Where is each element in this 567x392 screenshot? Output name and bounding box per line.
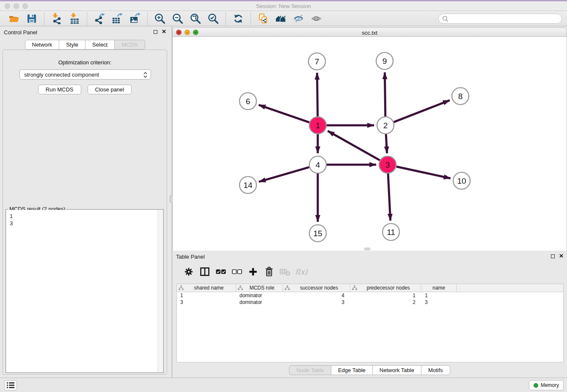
eye-icon <box>311 14 322 24</box>
graph-edge-1-6[interactable] <box>259 105 310 122</box>
graph-node-label-2: 2 <box>383 121 388 130</box>
add-column-button[interactable] <box>245 265 261 278</box>
main-titlebar[interactable]: Session: New Session <box>0 1 567 11</box>
toolbar-separator <box>87 12 87 25</box>
zoom-selected-icon <box>208 13 219 24</box>
save-session-button[interactable] <box>25 12 38 25</box>
close-table-panel-icon[interactable]: ✕ <box>559 254 564 259</box>
zoom-in-button[interactable] <box>154 12 166 25</box>
graph-edge-2-9[interactable] <box>385 72 385 116</box>
zoom-selected-button[interactable] <box>207 12 220 25</box>
toolbar-separator <box>44 12 44 25</box>
hierarchy-icon <box>179 285 184 290</box>
clone-network-button[interactable] <box>257 12 270 25</box>
graph-node-label-10: 10 <box>457 177 466 185</box>
tab-edge-table[interactable]: Edge Table <box>331 365 373 375</box>
tab-network[interactable]: Network <box>25 40 59 50</box>
tab-mcds[interactable]: MCDS <box>114 40 145 50</box>
close-panel-button[interactable]: Close panel <box>88 85 132 94</box>
table-cell[interactable]: 1 <box>350 293 421 298</box>
table-cell[interactable]: 3 <box>283 299 350 305</box>
graph-edge-3-10[interactable] <box>396 166 451 178</box>
graph-edge-3-1[interactable] <box>328 131 380 160</box>
tab-motifs[interactable]: Motifs <box>421 365 450 375</box>
hierarchy-icon <box>238 285 243 290</box>
table-row[interactable]: 1dominator411 <box>177 292 563 299</box>
table-cell[interactable]: 3 <box>177 299 236 305</box>
export-image-button[interactable] <box>129 12 141 25</box>
mcds-result-area[interactable]: 13 <box>6 210 163 372</box>
split-columns-icon <box>200 267 210 277</box>
graph-edge-3-11[interactable] <box>388 174 391 221</box>
export-table-icon <box>112 13 123 24</box>
mcds-result-node: 3 <box>10 220 163 227</box>
save-floppy-icon <box>27 14 36 23</box>
task-history-button[interactable] <box>4 380 17 390</box>
graph-edge-1-7[interactable] <box>317 73 317 116</box>
horizontal-splitter-handle[interactable] <box>364 248 370 250</box>
toggle-selection-mode-button[interactable] <box>292 12 305 25</box>
table-cell[interactable]: 3 <box>421 299 457 305</box>
show-graphics-details-button[interactable] <box>310 12 323 25</box>
refresh-view-button[interactable] <box>232 12 245 25</box>
table-cell[interactable]: 2 <box>350 299 421 305</box>
import-network-button[interactable] <box>50 12 63 25</box>
deselect-all-columns-button[interactable] <box>229 265 245 278</box>
tab-style[interactable]: Style <box>59 40 85 50</box>
table-cell[interactable]: 1 <box>177 293 236 298</box>
table-cell[interactable]: dominator <box>236 293 283 298</box>
split-view-button[interactable] <box>197 265 213 278</box>
table-cell[interactable]: 1 <box>421 293 457 298</box>
function-builder-button[interactable]: f(x) <box>293 265 309 278</box>
home-layout-button[interactable] <box>275 12 287 25</box>
delete-column-button[interactable] <box>261 265 277 278</box>
graph-edge-2-3[interactable] <box>386 134 387 153</box>
network-window-titlebar[interactable]: ✕ – + scc.txt <box>172 28 567 37</box>
tab-network-table[interactable]: Network Table <box>372 365 421 375</box>
column-header-successor-nodes[interactable]: successor nodes <box>283 284 350 292</box>
network-window: ✕ – + scc.txt 1234678910111415 <box>172 26 567 251</box>
graph-edge-2-8[interactable] <box>394 100 450 122</box>
zoom-out-button[interactable] <box>171 12 184 25</box>
table-settings-button[interactable] <box>181 265 197 278</box>
memory-button[interactable]: Memory <box>529 380 564 390</box>
import-network-icon <box>51 13 62 24</box>
column-header-name[interactable]: name <box>421 284 457 292</box>
tab-node-table[interactable]: Node Table <box>289 365 331 375</box>
graph-node-label-4: 4 <box>316 160 320 169</box>
search-container <box>438 14 562 24</box>
mcds-result-node: 1 <box>10 213 163 220</box>
tab-select[interactable]: Select <box>85 40 115 50</box>
table-cell[interactable]: dominator <box>236 299 283 305</box>
open-folder-icon <box>8 14 19 24</box>
delete-table-icon <box>280 267 291 276</box>
export-table-button[interactable] <box>111 12 124 25</box>
criterion-dropdown[interactable]: strongly connected component <box>19 69 151 80</box>
graph-edge-4-14[interactable] <box>259 167 309 182</box>
column-header-shared-name[interactable]: shared name <box>177 284 236 292</box>
table-row[interactable]: 3dominator323 <box>177 299 563 306</box>
delete-table-button[interactable] <box>277 265 293 278</box>
mcds-buttons-row: Run MCDS Close panel <box>3 85 167 94</box>
clone-network-icon <box>258 13 268 24</box>
table-cell[interactable]: 4 <box>283 293 350 298</box>
select-all-columns-button[interactable] <box>213 265 229 278</box>
control-panel-tabs: Network Style Select MCDS <box>25 40 145 50</box>
column-header-mcds-role[interactable]: MCDS role <box>236 284 283 292</box>
import-table-button[interactable] <box>68 12 81 25</box>
network-canvas[interactable]: 1234678910111415 <box>172 37 567 251</box>
float-panel-icon[interactable] <box>154 30 157 34</box>
graph-node-label-8: 8 <box>458 92 463 101</box>
zoom-fit-button[interactable] <box>189 12 202 25</box>
table-panel: Table Panel ✕ <box>172 251 567 378</box>
close-panel-icon[interactable]: ✕ <box>162 29 166 34</box>
run-mcds-button[interactable]: Run MCDS <box>38 85 81 94</box>
column-header-predecessor-nodes[interactable]: predecessor nodes <box>350 284 421 292</box>
search-input[interactable] <box>438 14 562 24</box>
open-session-button[interactable] <box>8 12 20 25</box>
node-table[interactable]: shared name MCDS role <box>176 284 564 362</box>
export-network-button[interactable] <box>93 12 106 25</box>
result-scrollbar[interactable] <box>157 210 163 372</box>
application-window: Session: New Session <box>0 0 567 392</box>
float-table-panel-icon[interactable] <box>551 254 555 258</box>
